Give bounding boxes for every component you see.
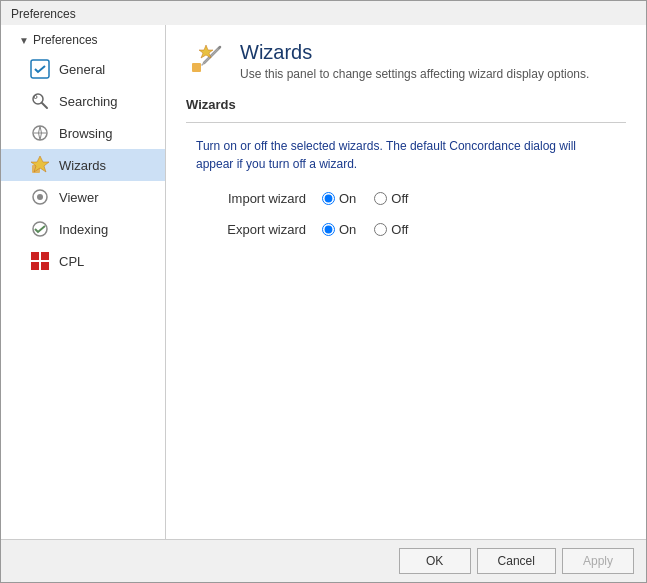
export-wizard-off-radio[interactable]: [374, 223, 387, 236]
searching-label: Searching: [59, 94, 118, 109]
export-wizard-row: Export wizard On Off: [196, 222, 626, 237]
viewer-label: Viewer: [59, 190, 99, 205]
viewer-icon: [29, 186, 51, 208]
content-icon-wizards: [186, 41, 226, 81]
cancel-button[interactable]: Cancel: [477, 548, 556, 574]
export-wizard-label: Export wizard: [196, 222, 306, 237]
indexing-icon: [29, 218, 51, 240]
import-wizard-radio-group: On Off: [322, 191, 408, 206]
content-title-block: Wizards Use this panel to change setting…: [240, 41, 589, 81]
section-label: Wizards: [186, 97, 626, 112]
sidebar-item-general[interactable]: General: [1, 53, 165, 85]
sidebar-item-indexing[interactable]: Indexing: [1, 213, 165, 245]
sidebar: ▼ Preferences General: [1, 25, 166, 539]
content-title: Wizards: [240, 41, 589, 64]
sidebar-item-wizards[interactable]: Wizards: [1, 149, 165, 181]
ok-button[interactable]: OK: [399, 548, 471, 574]
browsing-label: Browsing: [59, 126, 112, 141]
svg-rect-13: [31, 262, 39, 270]
title-bar: Preferences: [1, 1, 646, 25]
sidebar-item-browsing[interactable]: Browsing: [1, 117, 165, 149]
cpl-icon: [29, 250, 51, 272]
import-wizard-on-radio[interactable]: [322, 192, 335, 205]
general-icon: [29, 58, 51, 80]
section-divider: [186, 122, 626, 123]
window-title: Preferences: [11, 7, 76, 21]
export-wizard-off-option[interactable]: Off: [374, 222, 408, 237]
import-wizard-on-label[interactable]: On: [339, 191, 356, 206]
export-wizard-off-label[interactable]: Off: [391, 222, 408, 237]
general-label: General: [59, 62, 105, 77]
apply-button[interactable]: Apply: [562, 548, 634, 574]
svg-rect-12: [41, 252, 49, 260]
sidebar-header: ▼ Preferences: [1, 29, 165, 51]
svg-rect-15: [192, 63, 201, 72]
svg-line-3: [42, 103, 47, 108]
footer: OK Cancel Apply: [1, 539, 646, 582]
main-content: ▼ Preferences General: [1, 25, 646, 539]
wizards-label: Wizards: [59, 158, 106, 173]
import-wizard-off-radio[interactable]: [374, 192, 387, 205]
svg-rect-14: [41, 262, 49, 270]
sidebar-header-label: Preferences: [33, 33, 98, 47]
svg-rect-11: [31, 252, 39, 260]
svg-point-2: [34, 96, 37, 99]
export-wizard-on-option[interactable]: On: [322, 222, 356, 237]
expand-arrow: ▼: [19, 35, 29, 46]
indexing-label: Indexing: [59, 222, 108, 237]
import-wizard-on-option[interactable]: On: [322, 191, 356, 206]
export-wizard-radio-group: On Off: [322, 222, 408, 237]
preferences-window: Preferences ▼ Preferences General: [0, 0, 647, 583]
cpl-label: CPL: [59, 254, 84, 269]
export-wizard-on-radio[interactable]: [322, 223, 335, 236]
export-wizard-on-label[interactable]: On: [339, 222, 356, 237]
svg-point-9: [37, 194, 43, 200]
content-header: Wizards Use this panel to change setting…: [186, 41, 626, 81]
sidebar-item-searching[interactable]: Searching: [1, 85, 165, 117]
sidebar-item-cpl[interactable]: CPL: [1, 245, 165, 277]
searching-icon: [29, 90, 51, 112]
browsing-icon: [29, 122, 51, 144]
import-wizard-label: Import wizard: [196, 191, 306, 206]
content-area: Wizards Use this panel to change setting…: [166, 25, 646, 539]
description-text: Turn on or off the selected wizards. The…: [196, 137, 626, 173]
sidebar-item-viewer[interactable]: Viewer: [1, 181, 165, 213]
wizards-icon: [29, 154, 51, 176]
content-subtitle: Use this panel to change settings affect…: [240, 67, 589, 81]
import-wizard-off-option[interactable]: Off: [374, 191, 408, 206]
import-wizard-row: Import wizard On Off: [196, 191, 626, 206]
import-wizard-off-label[interactable]: Off: [391, 191, 408, 206]
